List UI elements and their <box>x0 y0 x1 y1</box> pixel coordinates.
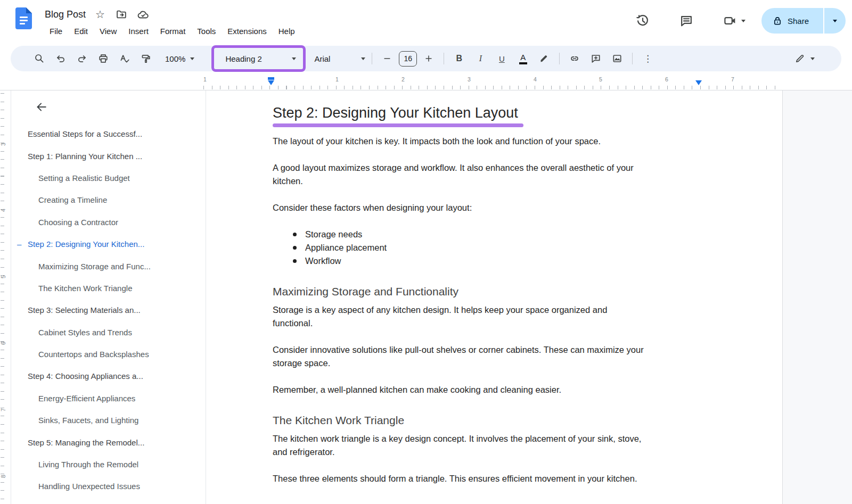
outline-item[interactable]: Step 4: Choosing Appliances a... <box>11 365 206 387</box>
insert-link-button[interactable] <box>564 49 585 68</box>
outline-item[interactable]: Creating a Timeline <box>11 189 206 211</box>
menu-help[interactable]: Help <box>273 24 301 38</box>
zoom-value: 100% <box>165 54 185 63</box>
star-icon[interactable]: ☆ <box>93 7 107 21</box>
outline-item[interactable]: Step 1: Planning Your Kitchen ... <box>11 145 206 167</box>
menu-edit[interactable]: Edit <box>68 24 94 38</box>
search-menus-button[interactable] <box>29 49 50 68</box>
doc-paragraph[interactable]: Storage is a key aspect of any kitchen d… <box>273 303 705 330</box>
outline-item[interactable]: Essential Steps for a Successf... <box>11 123 206 145</box>
decrease-font-size-button[interactable] <box>376 49 398 68</box>
doc-heading-3[interactable]: Maximizing Storage and Functionality <box>273 284 705 299</box>
paragraph-style-value: Heading 2 <box>225 54 261 63</box>
doc-paragraph[interactable]: Consider these factors when designing yo… <box>273 201 705 214</box>
italic-button[interactable]: I <box>470 49 491 68</box>
increase-font-size-button[interactable] <box>418 49 439 68</box>
bullet-item[interactable]: Workflow <box>305 254 705 268</box>
redo-button[interactable] <box>71 49 93 68</box>
menu-file[interactable]: File <box>44 24 68 38</box>
document-page[interactable]: Step 2: Designing Your Kitchen Layout Th… <box>207 90 782 504</box>
bullet-item[interactable]: Appliance placement <box>305 241 705 254</box>
comments-icon[interactable] <box>679 14 693 28</box>
doc-paragraph[interactable]: These three elements should form a trian… <box>273 472 705 485</box>
zoom-dropdown[interactable]: 100% <box>161 49 199 68</box>
ruler-ticks <box>203 86 783 89</box>
menu-format[interactable]: Format <box>154 24 192 38</box>
outline-item[interactable]: The Kitchen Work Triangle <box>11 277 206 299</box>
left-indent-marker[interactable] <box>268 80 274 85</box>
outline-item[interactable]: Sinks, Faucets, and Lighting <box>11 409 206 431</box>
menu-extensions[interactable]: Extensions <box>222 24 272 38</box>
doc-paragraph[interactable]: Consider innovative solutions like pull-… <box>273 343 705 370</box>
horizontal-ruler[interactable]: 11234567 <box>0 75 852 90</box>
lock-icon <box>772 15 783 26</box>
doc-paragraph[interactable]: Remember, a well-planned kitchen can mak… <box>273 383 705 396</box>
cloud-saved-icon[interactable] <box>136 7 150 21</box>
insert-image-button[interactable] <box>607 49 628 68</box>
undo-button[interactable] <box>50 49 71 68</box>
paint-format-button[interactable] <box>135 49 157 68</box>
add-comment-button[interactable] <box>585 49 607 68</box>
version-history-icon[interactable] <box>636 14 650 28</box>
page-gutter <box>782 90 852 504</box>
editing-mode-dropdown[interactable] <box>794 53 815 64</box>
docs-logo-icon[interactable] <box>15 7 32 29</box>
document-title[interactable]: Blog Post <box>45 9 86 20</box>
menu-insert[interactable]: Insert <box>122 24 154 38</box>
document-outline-panel: Essential Steps for a Successf...Step 1:… <box>11 90 206 504</box>
top-bar: Blog Post ☆ FileEditViewInsertFormatTool… <box>0 0 852 46</box>
share-dropdown-button[interactable] <box>824 8 846 34</box>
bold-button[interactable]: B <box>448 49 470 68</box>
spelling-grammar-check-button[interactable] <box>114 49 135 68</box>
right-indent-marker[interactable] <box>695 80 702 85</box>
outline-item[interactable]: Step 5: Managing the Remodel... <box>11 431 206 453</box>
move-folder-icon[interactable] <box>114 7 128 21</box>
doc-paragraph[interactable]: The kitchen work triangle is a key desig… <box>273 432 705 459</box>
outline-item[interactable]: Living Through the Remodel <box>11 453 206 475</box>
document-text[interactable]: Step 2: Designing Your Kitchen Layout Th… <box>273 90 705 485</box>
menu-bar: FileEditViewInsertFormatToolsExtensionsH… <box>44 24 301 38</box>
pencil-edit-icon <box>794 53 805 64</box>
paragraph-style-dropdown[interactable]: Heading 2 <box>211 45 306 72</box>
vertical-ruler[interactable]: 345678 <box>0 90 11 504</box>
highlight-color-button[interactable] <box>534 49 555 68</box>
text-color-button[interactable]: A <box>512 49 534 68</box>
first-line-indent-marker[interactable] <box>268 77 274 80</box>
font-value: Arial <box>314 54 330 63</box>
doc-heading-3[interactable]: The Kitchen Work Triangle <box>273 413 705 427</box>
doc-heading-2[interactable]: Step 2: Designing Your Kitchen Layout <box>273 104 705 122</box>
outline-item[interactable]: Countertops and Backsplashes <box>11 343 206 365</box>
outline-item[interactable]: Cabinet Styles and Trends <box>11 321 206 343</box>
outline-item[interactable]: Handling Unexpected Issues <box>11 475 206 497</box>
outline-list: Essential Steps for a Successf...Step 1:… <box>11 123 206 498</box>
menu-view[interactable]: View <box>94 24 122 38</box>
toolbar: 100% Heading 2 Arial 16 B I U A ⋮ <box>11 46 841 71</box>
font-size-input[interactable]: 16 <box>399 51 417 67</box>
share-button-group: Share <box>761 8 846 34</box>
outline-item[interactable]: Choosing a Contractor <box>11 211 206 233</box>
outline-item[interactable]: Energy-Efficient Appliances <box>11 387 206 409</box>
share-button-label: Share <box>788 16 809 26</box>
bullet-list[interactable]: Storage needsAppliance placementWorkflow <box>273 228 705 268</box>
more-toolbar-options-button[interactable]: ⋮ <box>637 49 658 68</box>
share-button[interactable]: Share <box>761 8 823 34</box>
ruler-ticks <box>1 93 4 504</box>
close-outline-button[interactable] <box>32 98 51 116</box>
outline-item[interactable]: Step 3: Selecting Materials an... <box>11 299 206 321</box>
bullet-item[interactable]: Storage needs <box>305 228 705 241</box>
purple-underline-annotation <box>273 123 523 127</box>
outline-item-active[interactable]: Step 2: Designing Your Kitchen... <box>11 233 206 255</box>
underline-button[interactable]: U <box>491 49 512 68</box>
meet-video-icon[interactable] <box>723 14 737 28</box>
print-button[interactable] <box>93 49 114 68</box>
doc-paragraph[interactable]: The layout of your kitchen is key. It im… <box>273 135 705 148</box>
doc-paragraph[interactable]: A good layout maximizes storage and work… <box>273 161 705 188</box>
menu-tools[interactable]: Tools <box>191 24 222 38</box>
outline-item[interactable]: Setting a Realistic Budget <box>11 167 206 189</box>
meet-dropdown-caret[interactable] <box>741 20 746 22</box>
outline-item[interactable]: Maximizing Storage and Func... <box>11 255 206 277</box>
font-dropdown[interactable]: Arial <box>312 49 367 68</box>
